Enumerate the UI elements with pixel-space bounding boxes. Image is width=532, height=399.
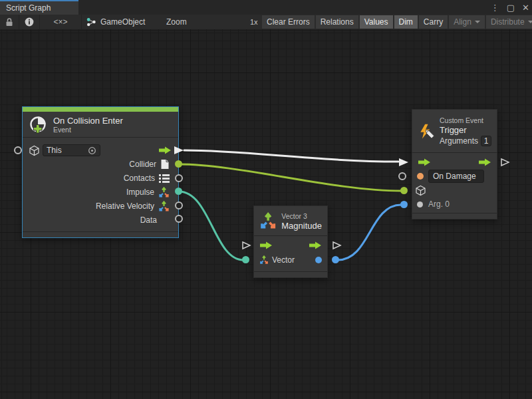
event-name-field[interactable]: On Damage xyxy=(428,170,484,183)
gameobject-cube-icon xyxy=(415,185,426,196)
port-vector-input-connected[interactable] xyxy=(242,256,249,263)
tab-label: Script Graph xyxy=(6,3,51,13)
arg0-port[interactable] xyxy=(417,201,423,207)
magnitude-output-port[interactable] xyxy=(315,257,322,263)
carry-button[interactable]: Carry xyxy=(419,15,448,29)
port-row-data[interactable]: Data xyxy=(23,213,178,227)
trigger-in-arrow-icon[interactable] xyxy=(259,241,273,250)
node-footer xyxy=(254,272,327,277)
node-trigger-custom-event[interactable]: Custom Event Trigger Arguments 1 On Dama… xyxy=(412,109,497,219)
tab-script-graph[interactable]: Script Graph xyxy=(0,0,78,15)
zoom-label: Zoom xyxy=(166,15,187,29)
object-picker-icon[interactable] xyxy=(88,146,96,155)
node-category: Custom Event xyxy=(440,116,491,125)
dropdown-caret-icon xyxy=(528,21,532,23)
port-row-collider[interactable]: Collider xyxy=(23,158,178,171)
arguments-label: Arguments xyxy=(440,136,478,146)
vector-input-label: Vector xyxy=(272,255,295,265)
collision-event-icon xyxy=(28,115,48,135)
port-contacts[interactable] xyxy=(175,174,183,182)
vector3-icon xyxy=(259,255,269,265)
close-icon[interactable]: ✕ xyxy=(522,3,529,12)
port-custom-event-trigger-in-connected[interactable] xyxy=(398,158,409,167)
lock-icon xyxy=(5,18,13,27)
event-name-port[interactable] xyxy=(417,173,424,180)
port-arg0-input-connected[interactable] xyxy=(400,201,408,208)
port-row-impulse[interactable]: Impulse xyxy=(23,186,178,199)
trigger-in-arrow-icon[interactable] xyxy=(418,158,431,167)
collider-document-icon xyxy=(160,159,170,170)
port-collider-connected[interactable] xyxy=(175,160,182,168)
dropdown-caret-icon xyxy=(475,21,480,23)
info-button[interactable] xyxy=(19,15,40,29)
port-row-contacts[interactable]: Contacts xyxy=(23,172,178,185)
port-data[interactable] xyxy=(175,215,183,223)
arguments-count-field[interactable]: 1 xyxy=(481,136,491,146)
event-accent-bar xyxy=(23,107,178,112)
arg0-label: Arg. 0 xyxy=(428,200,450,209)
node-subtitle: Event xyxy=(53,126,123,134)
distribute-button[interactable]: Distribute xyxy=(486,15,532,29)
node-on-collision-enter[interactable]: On Collision Enter Event This xyxy=(22,106,179,238)
port-magnitude-trigger-out[interactable] xyxy=(332,241,342,250)
relations-button[interactable]: Relations xyxy=(316,15,358,29)
trigger-out-arrow-icon[interactable] xyxy=(478,158,491,167)
info-icon xyxy=(25,17,34,27)
maximize-icon[interactable]: ▢ xyxy=(507,3,515,12)
port-trigger-out-connected[interactable] xyxy=(174,146,184,155)
title-bar: Script Graph ⋮ ▢ ✕ xyxy=(0,0,532,15)
contacts-list-icon xyxy=(159,174,170,183)
node-title: On Collision Enter xyxy=(53,116,123,126)
vector3-icon xyxy=(158,201,170,212)
edit-source-button[interactable]: <×> xyxy=(40,15,82,29)
port-relative-velocity[interactable] xyxy=(175,201,183,209)
node-title: Trigger xyxy=(440,125,491,135)
gameobject-label: GameObject xyxy=(100,17,145,27)
port-impulse-connected[interactable] xyxy=(175,188,182,195)
graph-toolbar: <×> GameObject Zoom 1x Clear Errors Rela… xyxy=(0,15,532,30)
this-object-field[interactable]: This xyxy=(43,144,100,156)
port-target-gameobject-connected[interactable] xyxy=(400,187,408,194)
lock-button[interactable] xyxy=(0,15,19,29)
align-button[interactable]: Align xyxy=(449,15,485,29)
custom-event-icon xyxy=(418,122,435,142)
kebab-menu-icon[interactable]: ⋮ xyxy=(491,3,499,12)
port-magnitude-output-connected[interactable] xyxy=(332,256,339,263)
node-title: Magnitude xyxy=(281,221,322,231)
trigger-out-arrow-icon[interactable] xyxy=(309,241,322,250)
node-footer xyxy=(23,232,178,237)
vector3-icon xyxy=(259,212,277,230)
code-icon: <×> xyxy=(53,17,67,27)
port-magnitude-trigger-in[interactable] xyxy=(241,241,251,250)
clear-errors-button[interactable]: Clear Errors xyxy=(262,15,315,29)
vector3-icon xyxy=(158,187,170,198)
port-row-relative-velocity[interactable]: Relative Velocity xyxy=(23,200,178,213)
node-vector3-magnitude[interactable]: Vector 3 Magnitude Vector xyxy=(253,205,328,278)
values-button[interactable]: Values xyxy=(360,15,393,29)
port-this-input[interactable] xyxy=(14,146,22,154)
graph-icon xyxy=(86,17,96,27)
port-event-name-input[interactable] xyxy=(398,172,406,180)
dim-button[interactable]: Dim xyxy=(394,15,418,29)
port-custom-event-trigger-out[interactable] xyxy=(500,158,510,167)
gameobject-cube-icon xyxy=(29,145,40,156)
zoom-value: 1x xyxy=(250,15,258,29)
node-category: Vector 3 xyxy=(281,212,322,221)
trigger-out-arrow-icon[interactable] xyxy=(158,146,172,155)
gameobject-reference[interactable]: GameObject xyxy=(86,15,145,29)
node-footer xyxy=(412,213,497,219)
